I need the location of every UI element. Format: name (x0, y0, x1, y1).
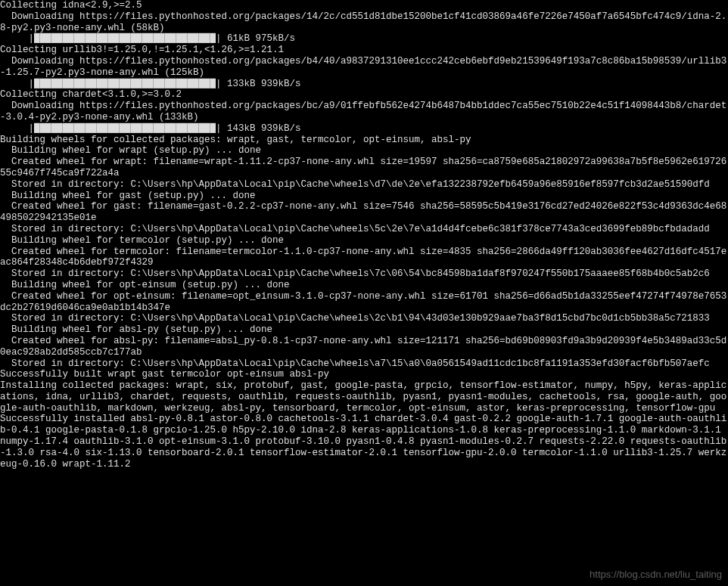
terminal-output: Collecting idna<2.9,>=2.5 Downloading ht… (0, 0, 728, 470)
watermark-text: https://blog.csdn.net/liu_taiting (590, 569, 722, 580)
